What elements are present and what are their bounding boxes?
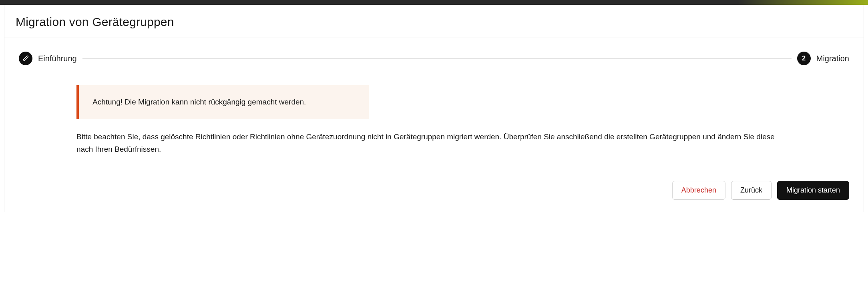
- dialog-panel: Migration von Gerätegruppen Einführung 2…: [4, 5, 864, 212]
- step-introduction[interactable]: Einführung: [19, 52, 77, 65]
- step-migration[interactable]: 2 Migration: [797, 52, 849, 65]
- step-migration-label: Migration: [816, 54, 849, 63]
- wizard-steps: Einführung 2 Migration: [4, 38, 864, 76]
- page-title: Migration von Gerätegruppen: [16, 15, 852, 29]
- back-button[interactable]: Zurück: [731, 181, 772, 200]
- step-number-badge: 2: [797, 52, 811, 65]
- step-introduction-label: Einführung: [38, 54, 77, 63]
- pencil-icon: [19, 52, 32, 65]
- dialog-header: Migration von Gerätegruppen: [4, 5, 864, 38]
- start-migration-button[interactable]: Migration starten: [777, 181, 849, 200]
- warning-alert: Achtung! Die Migration kann nicht rückgä…: [76, 85, 369, 119]
- dialog-footer: Abbrechen Zurück Migration starten: [4, 171, 864, 212]
- top-accent-bar: [0, 0, 868, 5]
- step-separator: [82, 58, 792, 59]
- description-text: Bitte beachten Sie, dass gelöschte Richt…: [76, 130, 792, 156]
- cancel-button[interactable]: Abbrechen: [672, 181, 725, 200]
- warning-alert-text: Achtung! Die Migration kann nicht rückgä…: [92, 98, 306, 106]
- dialog-content: Achtung! Die Migration kann nicht rückgä…: [4, 76, 864, 171]
